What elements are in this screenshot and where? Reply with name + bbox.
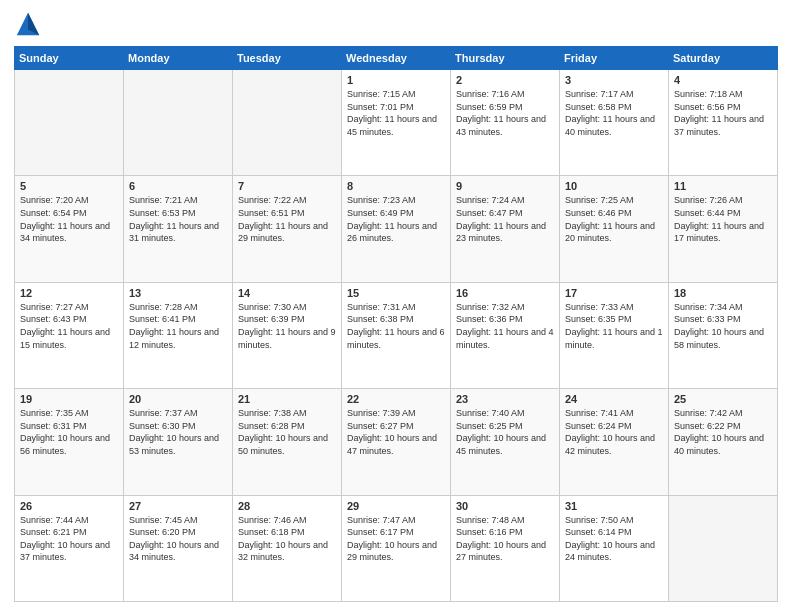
calendar-week-row: 5 Sunrise: 7:20 AMSunset: 6:54 PMDayligh… [15,176,778,282]
day-number: 17 [565,287,663,299]
calendar-cell: 23 Sunrise: 7:40 AMSunset: 6:25 PMDaylig… [451,389,560,495]
calendar-week-row: 26 Sunrise: 7:44 AMSunset: 6:21 PMDaylig… [15,495,778,601]
day-number: 19 [20,393,118,405]
day-number: 14 [238,287,336,299]
day-number: 22 [347,393,445,405]
calendar-week-row: 1 Sunrise: 7:15 AMSunset: 7:01 PMDayligh… [15,70,778,176]
day-info: Sunrise: 7:32 AMSunset: 6:36 PMDaylight:… [456,301,554,351]
day-info: Sunrise: 7:48 AMSunset: 6:16 PMDaylight:… [456,514,554,564]
day-number: 18 [674,287,772,299]
calendar-cell [233,70,342,176]
day-number: 15 [347,287,445,299]
calendar-header-wednesday: Wednesday [342,47,451,70]
calendar-week-row: 12 Sunrise: 7:27 AMSunset: 6:43 PMDaylig… [15,282,778,388]
calendar-cell: 21 Sunrise: 7:38 AMSunset: 6:28 PMDaylig… [233,389,342,495]
day-info: Sunrise: 7:38 AMSunset: 6:28 PMDaylight:… [238,407,336,457]
calendar-cell: 27 Sunrise: 7:45 AMSunset: 6:20 PMDaylig… [124,495,233,601]
calendar-cell: 24 Sunrise: 7:41 AMSunset: 6:24 PMDaylig… [560,389,669,495]
calendar-cell: 25 Sunrise: 7:42 AMSunset: 6:22 PMDaylig… [669,389,778,495]
calendar-cell: 17 Sunrise: 7:33 AMSunset: 6:35 PMDaylig… [560,282,669,388]
day-number: 27 [129,500,227,512]
logo-icon [14,10,42,38]
calendar-header-thursday: Thursday [451,47,560,70]
day-number: 28 [238,500,336,512]
day-info: Sunrise: 7:26 AMSunset: 6:44 PMDaylight:… [674,194,772,244]
calendar-cell: 7 Sunrise: 7:22 AMSunset: 6:51 PMDayligh… [233,176,342,282]
day-info: Sunrise: 7:42 AMSunset: 6:22 PMDaylight:… [674,407,772,457]
day-number: 12 [20,287,118,299]
calendar-header-tuesday: Tuesday [233,47,342,70]
calendar-cell: 11 Sunrise: 7:26 AMSunset: 6:44 PMDaylig… [669,176,778,282]
day-number: 9 [456,180,554,192]
day-info: Sunrise: 7:18 AMSunset: 6:56 PMDaylight:… [674,88,772,138]
logo [14,10,46,38]
day-info: Sunrise: 7:15 AMSunset: 7:01 PMDaylight:… [347,88,445,138]
day-number: 6 [129,180,227,192]
day-info: Sunrise: 7:46 AMSunset: 6:18 PMDaylight:… [238,514,336,564]
calendar-cell: 20 Sunrise: 7:37 AMSunset: 6:30 PMDaylig… [124,389,233,495]
day-info: Sunrise: 7:20 AMSunset: 6:54 PMDaylight:… [20,194,118,244]
calendar-cell: 4 Sunrise: 7:18 AMSunset: 6:56 PMDayligh… [669,70,778,176]
calendar-cell: 13 Sunrise: 7:28 AMSunset: 6:41 PMDaylig… [124,282,233,388]
day-number: 10 [565,180,663,192]
day-number: 30 [456,500,554,512]
calendar-cell [124,70,233,176]
day-info: Sunrise: 7:23 AMSunset: 6:49 PMDaylight:… [347,194,445,244]
calendar-cell [669,495,778,601]
calendar-header-friday: Friday [560,47,669,70]
day-number: 31 [565,500,663,512]
day-info: Sunrise: 7:16 AMSunset: 6:59 PMDaylight:… [456,88,554,138]
day-info: Sunrise: 7:37 AMSunset: 6:30 PMDaylight:… [129,407,227,457]
day-number: 1 [347,74,445,86]
day-number: 13 [129,287,227,299]
calendar-cell: 10 Sunrise: 7:25 AMSunset: 6:46 PMDaylig… [560,176,669,282]
day-number: 29 [347,500,445,512]
day-info: Sunrise: 7:44 AMSunset: 6:21 PMDaylight:… [20,514,118,564]
calendar-cell: 2 Sunrise: 7:16 AMSunset: 6:59 PMDayligh… [451,70,560,176]
day-info: Sunrise: 7:45 AMSunset: 6:20 PMDaylight:… [129,514,227,564]
calendar-cell: 16 Sunrise: 7:32 AMSunset: 6:36 PMDaylig… [451,282,560,388]
day-info: Sunrise: 7:40 AMSunset: 6:25 PMDaylight:… [456,407,554,457]
calendar-cell: 31 Sunrise: 7:50 AMSunset: 6:14 PMDaylig… [560,495,669,601]
calendar-cell: 30 Sunrise: 7:48 AMSunset: 6:16 PMDaylig… [451,495,560,601]
day-info: Sunrise: 7:28 AMSunset: 6:41 PMDaylight:… [129,301,227,351]
calendar-cell: 15 Sunrise: 7:31 AMSunset: 6:38 PMDaylig… [342,282,451,388]
day-number: 23 [456,393,554,405]
day-number: 26 [20,500,118,512]
calendar-cell: 22 Sunrise: 7:39 AMSunset: 6:27 PMDaylig… [342,389,451,495]
calendar-cell: 8 Sunrise: 7:23 AMSunset: 6:49 PMDayligh… [342,176,451,282]
day-number: 11 [674,180,772,192]
day-number: 5 [20,180,118,192]
calendar-cell: 28 Sunrise: 7:46 AMSunset: 6:18 PMDaylig… [233,495,342,601]
calendar-cell: 6 Sunrise: 7:21 AMSunset: 6:53 PMDayligh… [124,176,233,282]
calendar-cell: 9 Sunrise: 7:24 AMSunset: 6:47 PMDayligh… [451,176,560,282]
day-info: Sunrise: 7:25 AMSunset: 6:46 PMDaylight:… [565,194,663,244]
calendar-cell: 19 Sunrise: 7:35 AMSunset: 6:31 PMDaylig… [15,389,124,495]
calendar-cell: 14 Sunrise: 7:30 AMSunset: 6:39 PMDaylig… [233,282,342,388]
day-info: Sunrise: 7:35 AMSunset: 6:31 PMDaylight:… [20,407,118,457]
calendar-header-monday: Monday [124,47,233,70]
calendar-header-sunday: Sunday [15,47,124,70]
calendar-table: SundayMondayTuesdayWednesdayThursdayFrid… [14,46,778,602]
calendar-cell: 5 Sunrise: 7:20 AMSunset: 6:54 PMDayligh… [15,176,124,282]
day-number: 8 [347,180,445,192]
day-info: Sunrise: 7:41 AMSunset: 6:24 PMDaylight:… [565,407,663,457]
day-info: Sunrise: 7:47 AMSunset: 6:17 PMDaylight:… [347,514,445,564]
day-info: Sunrise: 7:17 AMSunset: 6:58 PMDaylight:… [565,88,663,138]
calendar-cell: 26 Sunrise: 7:44 AMSunset: 6:21 PMDaylig… [15,495,124,601]
page: SundayMondayTuesdayWednesdayThursdayFrid… [0,0,792,612]
day-number: 25 [674,393,772,405]
header [14,10,778,38]
calendar-cell: 18 Sunrise: 7:34 AMSunset: 6:33 PMDaylig… [669,282,778,388]
day-info: Sunrise: 7:31 AMSunset: 6:38 PMDaylight:… [347,301,445,351]
calendar-week-row: 19 Sunrise: 7:35 AMSunset: 6:31 PMDaylig… [15,389,778,495]
day-info: Sunrise: 7:39 AMSunset: 6:27 PMDaylight:… [347,407,445,457]
day-number: 7 [238,180,336,192]
calendar-header-row: SundayMondayTuesdayWednesdayThursdayFrid… [15,47,778,70]
day-number: 24 [565,393,663,405]
day-info: Sunrise: 7:22 AMSunset: 6:51 PMDaylight:… [238,194,336,244]
calendar-cell: 29 Sunrise: 7:47 AMSunset: 6:17 PMDaylig… [342,495,451,601]
calendar-cell: 1 Sunrise: 7:15 AMSunset: 7:01 PMDayligh… [342,70,451,176]
day-info: Sunrise: 7:33 AMSunset: 6:35 PMDaylight:… [565,301,663,351]
day-number: 21 [238,393,336,405]
